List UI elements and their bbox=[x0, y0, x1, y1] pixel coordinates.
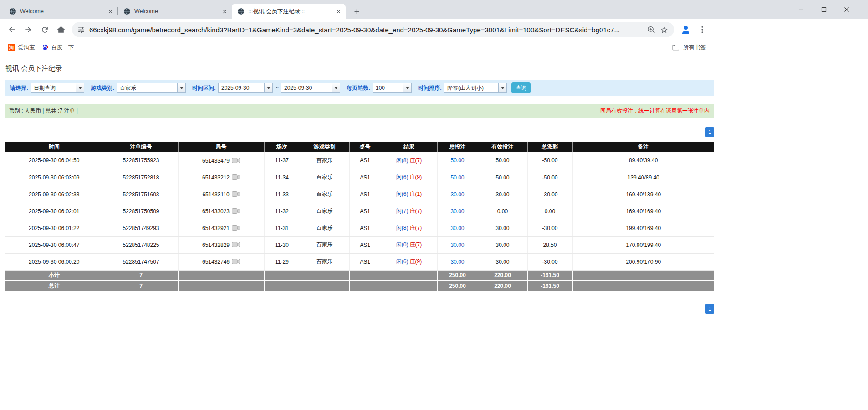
forward-button[interactable] bbox=[20, 21, 36, 38]
cell-game-type: 百家乐 bbox=[300, 220, 349, 236]
tab-betrecord[interactable]: :::视讯 会员下注纪录::: bbox=[232, 4, 346, 19]
chevron-down-icon[interactable] bbox=[264, 83, 272, 92]
col-header-bet-id: 注单编号 bbox=[104, 142, 178, 152]
grand-total-count: 7 bbox=[104, 281, 178, 291]
bookmark-star-icon[interactable] bbox=[660, 26, 669, 34]
bookmark-baidu[interactable]: 百度一下 bbox=[38, 42, 77, 53]
tab-close-icon[interactable] bbox=[335, 8, 342, 15]
pagination-page-1[interactable]: 1 bbox=[705, 304, 714, 314]
url-text[interactable]: 66cxkj98.com/game/betrecord_search/kind3… bbox=[89, 26, 643, 34]
date-start-combo[interactable]: 2025-09-30 bbox=[218, 83, 273, 93]
table-row: 2025-09-30 06:01:22 522851749293 6514329… bbox=[5, 220, 714, 236]
cell-round: 651432921 bbox=[178, 220, 264, 236]
cell-result: 闲(8)庄(7) bbox=[381, 220, 437, 236]
tab-welcome-1[interactable]: Welcome bbox=[4, 4, 117, 19]
cell-valid-bet: 30.00 bbox=[478, 186, 527, 203]
cell-total-bet: 30.00 bbox=[437, 253, 478, 270]
col-header-valid-bet: 有效投注 bbox=[478, 142, 527, 152]
back-button[interactable] bbox=[4, 21, 20, 38]
grand-total-valid-bet: 220.00 bbox=[478, 281, 527, 291]
video-replay-icon[interactable] bbox=[232, 208, 240, 214]
chevron-down-icon[interactable] bbox=[177, 83, 185, 92]
video-replay-icon[interactable] bbox=[232, 241, 240, 248]
cell-session: 11-31 bbox=[264, 220, 300, 236]
round-number: 651432921 bbox=[202, 225, 230, 231]
filter-bar: 请选择: 日期查询 游戏类别: 百家乐 时间区间: 2025-09-30 ~ 2… bbox=[5, 80, 714, 96]
video-replay-icon[interactable] bbox=[232, 225, 240, 231]
cell-game-type: 百家乐 bbox=[300, 203, 349, 220]
cell-table-no: AS1 bbox=[349, 169, 381, 186]
total-bet-link[interactable]: 30.00 bbox=[450, 242, 464, 248]
chevron-down-icon[interactable] bbox=[403, 83, 411, 92]
cell-note: 89.40/39.40 bbox=[572, 152, 714, 169]
total-bet-link[interactable]: 30.00 bbox=[450, 259, 464, 265]
cell-bet-id: 522851750509 bbox=[104, 203, 178, 220]
cell-result: 闲(6)庄(1) bbox=[381, 186, 437, 203]
round-number: 651433479 bbox=[202, 158, 230, 164]
video-replay-icon[interactable] bbox=[232, 157, 240, 164]
all-bookmarks[interactable]: 所有书签 bbox=[666, 40, 706, 55]
select-type-combo[interactable]: 日期查询 bbox=[31, 83, 84, 93]
date-end-combo[interactable]: 2025-09-30 bbox=[281, 83, 340, 93]
table-body: 2025-09-30 06:04:50 522851755923 6514334… bbox=[5, 152, 714, 270]
tab-title: Welcome bbox=[20, 8, 103, 15]
search-button[interactable]: 查询 bbox=[511, 82, 531, 93]
tab-close-icon[interactable] bbox=[221, 8, 228, 15]
chevron-down-icon[interactable] bbox=[332, 83, 340, 92]
maximize-button[interactable] bbox=[821, 6, 827, 13]
cell-note: 169.40/169.40 bbox=[572, 203, 714, 220]
home-button[interactable] bbox=[53, 21, 69, 38]
game-type-combo[interactable]: 百家乐 bbox=[117, 83, 186, 93]
summary-bar: 币别 : 人民币 | 总共 :7 注单 | 同局有效投注，统一计算在该局第一张注… bbox=[5, 104, 714, 118]
zoom-icon[interactable] bbox=[647, 26, 656, 34]
total-bet-link[interactable]: 30.00 bbox=[450, 191, 464, 198]
result-banker: 庄(7) bbox=[410, 208, 422, 214]
cell-result: 闲(7)庄(7) bbox=[381, 203, 437, 220]
cell-game-type: 百家乐 bbox=[300, 253, 349, 270]
video-replay-icon[interactable] bbox=[232, 174, 240, 180]
total-bet-link[interactable]: 30.00 bbox=[450, 208, 464, 215]
video-replay-icon[interactable] bbox=[232, 191, 240, 197]
video-replay-icon[interactable] bbox=[232, 258, 240, 265]
baidu-paw-icon bbox=[41, 44, 49, 51]
tab-strip: Welcome Welcome :::视讯 会员下注纪录::: bbox=[0, 0, 868, 19]
cell-session: 11-37 bbox=[264, 152, 300, 169]
bookmark-taobao[interactable]: 淘 爱淘宝 bbox=[5, 42, 38, 53]
chevron-down-icon[interactable] bbox=[498, 83, 506, 92]
profile-icon[interactable] bbox=[680, 24, 691, 35]
page-size-value: 100 bbox=[373, 83, 403, 92]
total-bet-link[interactable]: 50.00 bbox=[450, 174, 464, 181]
sort-order-combo[interactable]: 降幂(由大到小) bbox=[444, 83, 507, 93]
address-bar[interactable]: 66cxkj98.com/game/betrecord_search/kind3… bbox=[72, 22, 674, 37]
minimize-button[interactable] bbox=[798, 6, 804, 13]
cell-note: 170.90/199.40 bbox=[572, 236, 714, 253]
cell-valid-bet: 50.00 bbox=[478, 169, 527, 186]
grand-total-label: 总计 bbox=[5, 281, 104, 291]
cell-round: 651433110 bbox=[178, 186, 264, 203]
total-bet-link[interactable]: 50.00 bbox=[450, 157, 464, 164]
bookmark-label: 百度一下 bbox=[51, 44, 74, 51]
all-bookmarks-label: 所有书签 bbox=[683, 44, 706, 51]
page-size-combo[interactable]: 100 bbox=[373, 83, 412, 93]
reload-button[interactable] bbox=[36, 21, 53, 38]
cell-valid-bet: 30.00 bbox=[478, 253, 527, 270]
tab-welcome-2[interactable]: Welcome bbox=[118, 4, 232, 19]
cell-result: 闲(0)庄(7) bbox=[381, 236, 437, 253]
cell-bet-id: 522851755923 bbox=[104, 152, 178, 169]
cell-round: 651432746 bbox=[178, 253, 264, 270]
close-button[interactable] bbox=[843, 6, 850, 13]
site-settings-icon[interactable] bbox=[77, 26, 85, 34]
cell-round: 651433023 bbox=[178, 203, 264, 220]
cell-payout: -50.00 bbox=[527, 152, 572, 169]
menu-icon[interactable] bbox=[698, 25, 707, 34]
new-tab-button[interactable] bbox=[350, 5, 363, 18]
total-bet-link[interactable]: 30.00 bbox=[450, 225, 464, 231]
pagination-page-1[interactable]: 1 bbox=[705, 127, 714, 137]
col-header-table-no: 桌号 bbox=[349, 142, 381, 152]
browser-chrome: Welcome Welcome :::视讯 会员下注纪录::: bbox=[0, 0, 868, 55]
tab-close-icon[interactable] bbox=[107, 8, 114, 15]
cell-bet-id: 522851751603 bbox=[104, 186, 178, 203]
chevron-down-icon[interactable] bbox=[76, 83, 84, 92]
col-header-round: 局号 bbox=[178, 142, 264, 152]
bookmark-label: 爱淘宝 bbox=[18, 44, 35, 51]
